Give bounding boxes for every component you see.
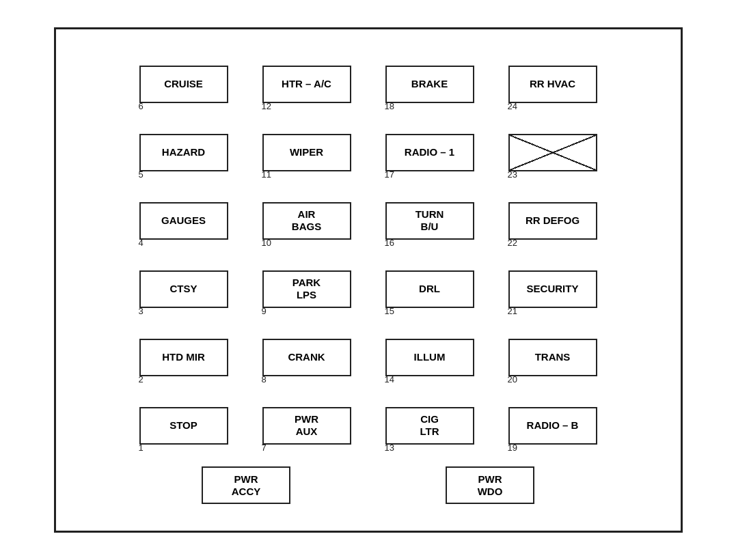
fuse-box-17: RADIO – 1 (385, 134, 474, 171)
bottom-fuse-box-0: PWR ACCY (202, 466, 290, 504)
bottom-fuse-box-1: PWR WDO (446, 466, 534, 504)
fuse-cell-10: AIR BAGS10 (252, 186, 362, 255)
fuse-cell-24: RR HVAC24 (498, 50, 608, 118)
fuse-number-16: 16 (385, 238, 394, 248)
fuse-cell-9: PARK LPS9 (252, 255, 362, 323)
fuse-x-box (508, 134, 597, 171)
fuse-box-5: HAZARD (139, 134, 228, 171)
fuse-number-12: 12 (262, 101, 271, 111)
fuse-cell-20: TRANS20 (498, 323, 608, 391)
fuse-box-9: PARK LPS (262, 270, 351, 308)
fuse-cell-3: CTSY3 (129, 255, 238, 323)
fuse-number-5: 5 (139, 169, 144, 180)
fuse-number-20: 20 (508, 374, 517, 384)
bottom-fuse-cell-1: PWR WDO (446, 466, 534, 504)
fuse-box-20: TRANS (508, 339, 597, 376)
fuse-box-10: AIR BAGS (262, 202, 351, 240)
fuse-cell-6: CRUISE6 (129, 50, 238, 118)
fuse-cell-4: GAUGES4 (129, 186, 238, 255)
fuse-box-11: WIPER (262, 134, 351, 171)
fuse-number-17: 17 (385, 169, 394, 180)
fuse-number-21: 21 (508, 306, 517, 316)
fuse-number-14: 14 (385, 374, 394, 384)
fuse-cell-15: DRL15 (375, 255, 485, 323)
fuse-number-11: 11 (262, 169, 271, 180)
fuse-diagram: CRUISE6HTR – A/C12BRAKE18RR HVAC24HAZARD… (54, 27, 683, 533)
fuse-cell-5: HAZARD5 (129, 118, 238, 186)
fuse-number-13: 13 (385, 443, 394, 453)
fuse-cell-19: RADIO – B19 (498, 391, 608, 460)
fuse-number-23: 23 (508, 169, 517, 180)
fuse-cell-16: TURN B/U16 (375, 186, 485, 255)
fuse-number-24: 24 (508, 101, 517, 111)
fuse-box-6: CRUISE (139, 66, 228, 103)
fuse-number-19: 19 (508, 443, 517, 453)
fuse-box-21: SECURITY (508, 270, 597, 308)
fuse-number-3: 3 (139, 306, 144, 316)
fuse-grid: CRUISE6HTR – A/C12BRAKE18RR HVAC24HAZARD… (83, 50, 653, 460)
fuse-number-9: 9 (262, 306, 267, 316)
fuse-box-16: TURN B/U (385, 202, 474, 240)
bottom-row: PWR ACCYPWR WDO (83, 466, 653, 504)
fuse-number-6: 6 (139, 101, 144, 111)
fuse-number-8: 8 (262, 374, 267, 384)
fuse-number-18: 18 (385, 101, 394, 111)
fuse-box-22: RR DEFOG (508, 202, 597, 240)
fuse-number-15: 15 (385, 306, 394, 316)
fuse-cell-14: ILLUM14 (375, 323, 485, 391)
fuse-cell-13: CIG LTR13 (375, 391, 485, 460)
fuse-number-7: 7 (262, 443, 267, 453)
fuse-cell-12: HTR – A/C12 (252, 50, 362, 118)
fuse-number-10: 10 (262, 238, 271, 248)
fuse-cell-7: PWR AUX7 (252, 391, 362, 460)
fuse-box-8: CRANK (262, 339, 351, 376)
fuse-cell-22: RR DEFOG22 (498, 186, 608, 255)
fuse-box-12: HTR – A/C (262, 66, 351, 103)
fuse-box-1: STOP (139, 407, 228, 445)
fuse-box-14: ILLUM (385, 339, 474, 376)
fuse-box-7: PWR AUX (262, 407, 351, 445)
fuse-number-22: 22 (508, 238, 517, 248)
fuse-cell-2: HTD MIR2 (129, 323, 238, 391)
fuse-box-15: DRL (385, 270, 474, 308)
fuse-cell-11: WIPER11 (252, 118, 362, 186)
fuse-box-3: CTSY (139, 270, 228, 308)
fuse-box-4: GAUGES (139, 202, 228, 240)
fuse-box-2: HTD MIR (139, 339, 228, 376)
fuse-cell-17: RADIO – 117 (375, 118, 485, 186)
fuse-box-13: CIG LTR (385, 407, 474, 445)
fuse-cell-23: 23 (498, 118, 608, 186)
bottom-fuse-cell-0: PWR ACCY (202, 466, 290, 504)
fuse-box-24: RR HVAC (508, 66, 597, 103)
fuse-number-1: 1 (139, 443, 144, 453)
fuse-number-4: 4 (139, 238, 144, 248)
fuse-number-2: 2 (139, 374, 144, 384)
fuse-cell-1: STOP1 (129, 391, 238, 460)
fuse-cell-18: BRAKE18 (375, 50, 485, 118)
fuse-cell-21: SECURITY21 (498, 255, 608, 323)
fuse-box-19: RADIO – B (508, 407, 597, 445)
fuse-cell-8: CRANK8 (252, 323, 362, 391)
fuse-box-18: BRAKE (385, 66, 474, 103)
